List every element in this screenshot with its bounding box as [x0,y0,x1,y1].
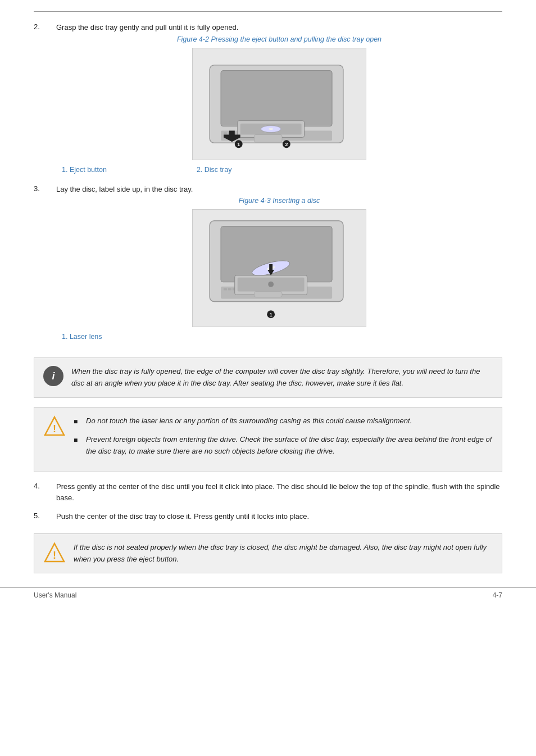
footer-right: 4-7 [493,591,502,599]
warning-list-1: Do not touch the laser lens or any porti… [74,415,493,464]
footer-left: User's Manual [34,591,76,599]
warning-icon-1: ! [43,415,66,438]
step-2-text: Grasp the disc tray gently and pull unti… [56,22,502,33]
svg-rect-26 [221,227,332,282]
step-3-number: 3. [34,184,56,349]
figure-4-2-image: 1 2 [192,48,366,160]
step-3-block: 3. Lay the disc, label side up, in the d… [34,184,502,349]
callout-eject-button: 1. Eject button [62,166,107,174]
warning-box-2: ! If the disc is not seated properly whe… [34,533,502,574]
figure-4-3-image: 1 [192,209,366,327]
warning-item-1: Do not touch the laser lens or any porti… [74,415,493,427]
info-box: i When the disc tray is fully opened, th… [34,357,502,398]
callout-laser-lens: 1. Laser lens [56,333,502,341]
step-4-number: 4. [34,481,56,505]
step-3-text: Lay the disc, label side up, in the disc… [56,184,502,195]
step-4-text: Press gently at the center of the disc u… [56,481,502,503]
svg-text:!: ! [53,423,56,434]
svg-rect-24 [254,134,282,142]
step-4-content: Press gently at the center of the disc u… [56,481,502,505]
figure-4-2-callouts: 1. Eject button 2. Disc tray [56,166,502,174]
step-3-content: Lay the disc, label side up, in the disc… [56,184,502,349]
svg-rect-28 [224,288,227,291]
footer: User's Manual 4-7 [0,587,536,599]
svg-rect-3 [224,132,227,134]
warning-item-2: Prevent foreign objects from entering th… [74,434,493,458]
info-box-text: When the disc tray is fully opened, the … [71,366,493,390]
figure-4-2-caption: Figure 4-2 Pressing the eject button and… [56,35,502,43]
svg-text:!: ! [53,550,56,561]
figure-4-3-container: 1 [56,209,502,327]
warning-box-2-text: If the disc is not seated properly when … [74,542,493,565]
svg-text:1: 1 [237,142,240,147]
svg-rect-29 [228,288,231,291]
svg-point-18 [269,128,273,130]
step-4-block: 4. Press gently at the center of the dis… [34,481,502,505]
step-5-number: 5. [34,511,56,524]
step-2-number: 2. [34,22,56,178]
page-wrapper: 2. Grasp the disc tray gently and pull u… [0,0,536,605]
top-line [34,11,502,12]
step-5-block: 5. Push the center of the disc tray to c… [34,511,502,524]
svg-point-40 [268,282,274,287]
callout-disc-tray: 2. Disc tray [197,166,232,174]
svg-text:1: 1 [270,312,272,318]
info-icon: i [43,366,63,386]
warning-icon-2: ! [43,542,66,564]
svg-rect-1 [221,70,332,126]
warning-box-1: ! Do not touch the laser lens or any por… [34,407,502,473]
figure-4-3-caption: Figure 4-3 Inserting a disc [56,197,502,205]
step-2-block: 2. Grasp the disc tray gently and pull u… [34,22,502,178]
svg-rect-46 [254,292,282,297]
step-2-content: Grasp the disc tray gently and pull unti… [56,22,502,178]
step-5-content: Push the center of the disc tray to clos… [56,511,502,524]
step-5-text: Push the center of the disc tray to clos… [56,511,502,522]
svg-text:2: 2 [285,142,288,147]
figure-4-2-container: 1 2 [56,48,502,160]
